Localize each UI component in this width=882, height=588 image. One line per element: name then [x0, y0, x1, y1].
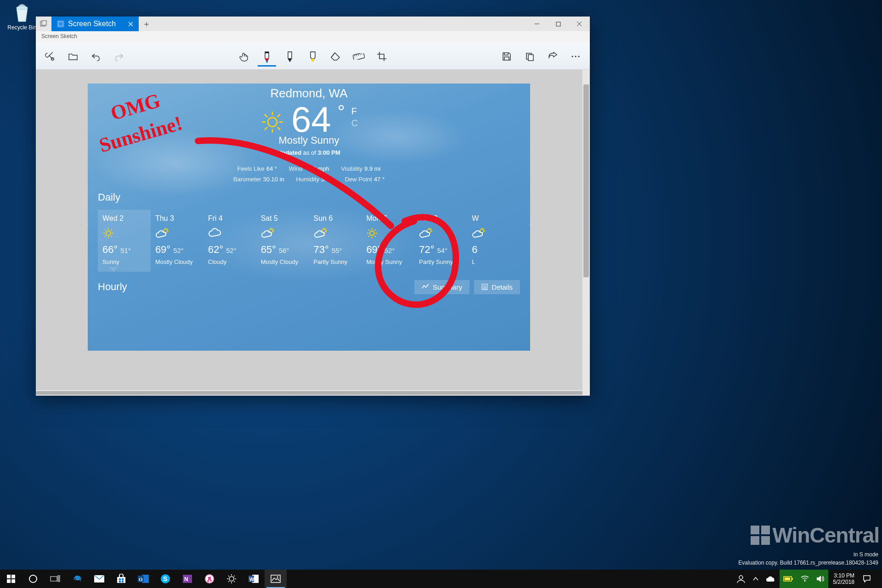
svg-text:O: O: [139, 577, 143, 582]
share-button[interactable]: [543, 47, 562, 66]
day-high: 69°: [366, 244, 381, 255]
pencil-button[interactable]: [280, 47, 300, 66]
forecast-day[interactable]: Fri 462°52°Cloudy: [204, 210, 256, 272]
tray-onedrive[interactable]: [762, 570, 780, 588]
crop-button[interactable]: [372, 47, 391, 66]
taskbar-weather[interactable]: [220, 570, 243, 588]
weather-condition: Mostly Sunny: [88, 134, 530, 146]
daily-forecast: Daily ‹ › Wed 266°51°SunnyThu 369°52°Mos…: [88, 191, 530, 272]
svg-rect-73: [11, 575, 15, 578]
svg-line-12: [360, 53, 360, 55]
day-condition: Mostly Cloudy: [261, 258, 306, 265]
taskbar-edge[interactable]: [66, 570, 88, 588]
forecast-day[interactable]: Mon 769°52°Mostly Sunny: [362, 210, 414, 272]
svg-rect-2: [42, 21, 46, 25]
svg-point-114: [804, 581, 805, 582]
svg-line-104: [228, 581, 229, 582]
show-desktop-button[interactable]: [875, 570, 882, 588]
forecast-day[interactable]: Wed 266°51°Sunny: [98, 210, 151, 272]
svg-rect-113: [792, 578, 793, 580]
taskbar-onenote[interactable]: N: [176, 570, 198, 588]
day-condition: L: [472, 258, 517, 265]
svg-rect-6: [265, 52, 269, 53]
tray-volume[interactable]: [813, 570, 828, 588]
svg-rect-4: [556, 22, 560, 26]
svg-line-35: [111, 230, 112, 230]
svg-point-49: [370, 231, 374, 235]
tray-wifi[interactable]: [797, 570, 813, 588]
taskbar-outlook[interactable]: O: [132, 570, 154, 588]
taskbar-store[interactable]: [110, 570, 132, 588]
tray-clock[interactable]: 3:10 PM 5/2/2018: [828, 572, 859, 586]
new-tab-button[interactable]: ＋: [139, 17, 154, 31]
tab-screen-sketch[interactable]: Screen Sketch: [51, 17, 139, 31]
svg-line-102: [234, 581, 235, 582]
cloud-icon: [208, 227, 254, 239]
tray-action-center[interactable]: [859, 570, 875, 588]
window-minimize-button[interactable]: [526, 17, 548, 31]
touch-writing-button[interactable]: [234, 47, 254, 66]
screen-sketch-window: Screen Sketch ＋ Screen Sketch ▾: [36, 17, 590, 396]
forecast-day[interactable]: Tue 872°54°Partly Sunny: [414, 210, 467, 272]
daily-prev-button[interactable]: ‹: [88, 218, 89, 228]
svg-rect-79: [58, 578, 60, 579]
svg-line-55: [375, 236, 376, 237]
desktop-recycle-bin[interactable]: Recycle Bin: [6, 1, 39, 31]
svg-line-57: [368, 236, 369, 237]
canvas-area[interactable]: Redmond, WA 64 ° F C Mostly Sunny Update…: [36, 70, 590, 396]
ruler-button[interactable]: [349, 47, 368, 66]
more-button[interactable]: [566, 47, 585, 66]
highlighter-button[interactable]: [303, 47, 322, 66]
svg-line-56: [375, 230, 376, 230]
svg-point-28: [106, 231, 111, 235]
window-maximize-button[interactable]: [548, 17, 569, 31]
tray-battery[interactable]: [780, 570, 797, 588]
horizontal-scrollbar[interactable]: [36, 390, 582, 396]
vertical-scrollbar[interactable]: [582, 70, 590, 396]
svg-rect-85: [119, 581, 121, 582]
app-subtitle: Screen Sketch: [36, 31, 590, 43]
daily-next-button[interactable]: ›: [529, 218, 530, 228]
svg-rect-77: [51, 577, 57, 581]
eraser-button[interactable]: [326, 47, 345, 66]
start-button[interactable]: [0, 570, 22, 588]
day-condition: Partly Sunny: [314, 258, 359, 265]
forecast-day[interactable]: W6L: [467, 210, 520, 272]
day-name: Wed 2: [102, 214, 148, 223]
day-high: 65°: [261, 244, 276, 255]
svg-line-27: [265, 127, 267, 130]
forecast-day[interactable]: Sat 565°56°Mostly Cloudy: [256, 210, 309, 272]
undo-button[interactable]: [86, 47, 106, 66]
svg-line-44: [272, 229, 273, 230]
tray-people[interactable]: [733, 570, 749, 588]
new-snip-button[interactable]: [40, 47, 60, 66]
svg-line-24: [265, 114, 267, 117]
forecast-day[interactable]: Sun 673°55°Partly Sunny: [309, 210, 362, 272]
taskbar-word[interactable]: W: [243, 570, 265, 588]
svg-point-110: [739, 576, 743, 579]
svg-rect-112: [785, 577, 790, 580]
cortana-button[interactable]: [22, 570, 44, 588]
svg-line-13: [362, 53, 362, 55]
svg-line-34: [111, 236, 112, 237]
unit-celsius[interactable]: C: [351, 117, 358, 129]
taskbar-screen-sketch[interactable]: [265, 570, 287, 588]
task-view-button[interactable]: [44, 570, 66, 588]
open-button[interactable]: [63, 47, 83, 66]
sets-previous-button[interactable]: [36, 17, 51, 31]
redo-button[interactable]: [109, 47, 129, 66]
svg-line-10: [356, 54, 357, 56]
window-close-button[interactable]: [569, 17, 590, 31]
svg-line-36: [105, 236, 106, 237]
taskbar-mail[interactable]: [88, 570, 110, 588]
tab-close-button[interactable]: [128, 22, 133, 27]
taskbar-itunes[interactable]: [198, 570, 220, 588]
ballpoint-pen-button[interactable]: ▾: [257, 47, 277, 66]
svg-rect-86: [122, 581, 124, 582]
forecast-day[interactable]: Thu 369°52°Mostly Cloudy: [151, 210, 204, 272]
copy-button[interactable]: [520, 47, 539, 66]
save-button[interactable]: [497, 47, 516, 66]
unit-fahrenheit[interactable]: F: [351, 105, 358, 117]
taskbar-skype[interactable]: S: [154, 570, 176, 588]
tray-overflow[interactable]: [749, 570, 762, 588]
